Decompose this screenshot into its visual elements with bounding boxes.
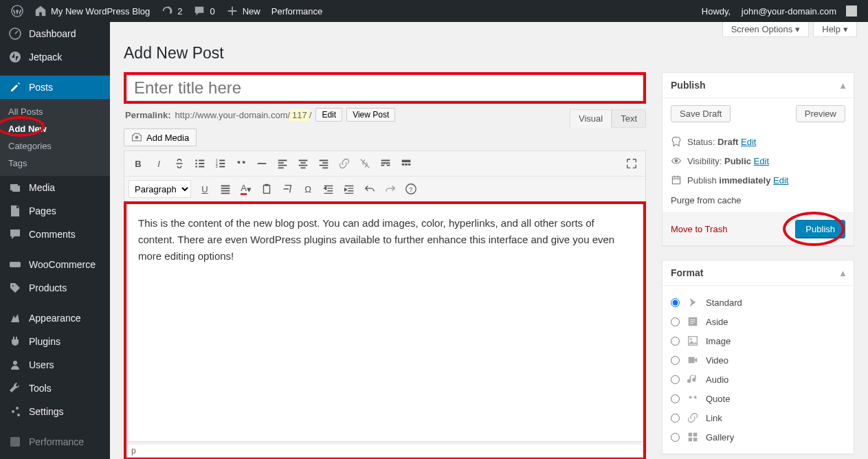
format-aside[interactable]: Aside bbox=[671, 312, 845, 331]
redo-button[interactable] bbox=[381, 179, 400, 199]
save-draft-button[interactable]: Save Draft bbox=[671, 105, 731, 122]
clear-formatting-button[interactable] bbox=[278, 179, 297, 199]
admin-sidebar: Dashboard Jetpack Posts All Posts Add Ne… bbox=[0, 22, 110, 459]
text-color-button[interactable]: A ▾ bbox=[236, 179, 256, 199]
insert-more-button[interactable] bbox=[376, 154, 395, 173]
menu-performance[interactable]: Performance bbox=[0, 430, 110, 454]
preview-button[interactable]: Preview bbox=[796, 105, 845, 122]
hr-button[interactable] bbox=[252, 154, 271, 173]
menu-woocommerce[interactable]: WooCommerce bbox=[0, 253, 110, 276]
posts-submenu: All Posts Add New Categories Tags bbox=[0, 99, 110, 176]
undo-button[interactable] bbox=[360, 179, 379, 199]
svg-rect-34 bbox=[689, 438, 692, 441]
menu-media[interactable]: Media bbox=[0, 176, 110, 199]
comments-link[interactable]: 0 bbox=[188, 0, 220, 22]
toolbar-toggle-button[interactable] bbox=[397, 154, 416, 173]
edit-visibility-link[interactable]: Edit bbox=[754, 156, 769, 166]
menu-plugins[interactable]: Plugins bbox=[0, 330, 110, 353]
bold-button[interactable]: B bbox=[129, 154, 148, 173]
format-link[interactable]: Link bbox=[671, 408, 845, 427]
outdent-button[interactable] bbox=[319, 179, 338, 199]
unlink-button[interactable] bbox=[355, 154, 375, 173]
paragraph-select[interactable]: Paragraph bbox=[129, 180, 191, 198]
submenu-categories[interactable]: Categories bbox=[0, 137, 110, 155]
fullscreen-button[interactable] bbox=[622, 154, 641, 173]
svg-rect-31 bbox=[689, 357, 695, 363]
menu-tools[interactable]: Tools bbox=[0, 377, 110, 400]
menu-appearance[interactable]: Appearance bbox=[0, 306, 110, 330]
align-right-button[interactable] bbox=[314, 154, 333, 173]
blockquote-button[interactable] bbox=[232, 154, 251, 173]
svg-point-26 bbox=[675, 159, 678, 163]
menu-users[interactable]: Users bbox=[0, 353, 110, 377]
format-standard[interactable]: Standard bbox=[671, 293, 845, 312]
svg-text:3: 3 bbox=[216, 164, 218, 168]
svg-rect-23 bbox=[265, 184, 268, 186]
svg-point-6 bbox=[13, 361, 17, 365]
submenu-tags[interactable]: Tags bbox=[0, 155, 110, 172]
admin-toolbar: My New WordPress Blog 2 0 New Performanc… bbox=[0, 0, 868, 22]
paste-text-button[interactable] bbox=[257, 179, 276, 199]
avatar bbox=[846, 5, 857, 16]
menu-products[interactable]: Products bbox=[0, 276, 110, 300]
align-center-button[interactable] bbox=[293, 154, 313, 173]
text-tab[interactable]: Text bbox=[612, 109, 646, 128]
svg-point-30 bbox=[690, 338, 692, 340]
svg-point-8 bbox=[12, 410, 14, 413]
svg-text:?: ? bbox=[409, 186, 412, 193]
site-name-link[interactable]: My New WordPress Blog bbox=[29, 0, 155, 22]
new-content-link[interactable]: New bbox=[221, 0, 266, 22]
italic-button[interactable]: I bbox=[149, 154, 168, 173]
submenu-add-new[interactable]: Add New bbox=[0, 120, 110, 137]
visual-tab[interactable]: Visual bbox=[570, 109, 612, 128]
post-content-editor[interactable]: This is the content of the new blog post… bbox=[126, 204, 643, 442]
format-gallery[interactable]: Gallery bbox=[671, 427, 845, 447]
indent-button[interactable] bbox=[340, 179, 359, 199]
menu-jetpack[interactable]: Jetpack bbox=[0, 45, 110, 69]
special-char-button[interactable]: Ω bbox=[298, 179, 318, 199]
edit-status-link[interactable]: Edit bbox=[741, 137, 756, 147]
svg-point-12 bbox=[195, 159, 197, 161]
updates-link[interactable]: 2 bbox=[155, 0, 188, 22]
menu-pages[interactable]: Pages bbox=[0, 199, 110, 223]
menu-comments[interactable]: Comments bbox=[0, 223, 110, 246]
purge-cache-link[interactable]: Purge from cache bbox=[671, 195, 742, 205]
format-quote[interactable]: Quote bbox=[671, 389, 845, 408]
menu-dashboard[interactable]: Dashboard bbox=[0, 22, 110, 45]
help-button[interactable]: ? bbox=[401, 179, 421, 199]
svg-point-2 bbox=[10, 52, 21, 63]
screen-options-tab[interactable]: Screen Options ▾ bbox=[722, 22, 810, 37]
svg-rect-10 bbox=[10, 437, 20, 447]
underline-button[interactable]: U bbox=[195, 179, 214, 199]
number-list-button[interactable]: 123 bbox=[211, 154, 230, 173]
menu-posts[interactable]: Posts bbox=[0, 76, 110, 99]
strikethrough-button[interactable] bbox=[170, 154, 189, 173]
edit-permalink-button[interactable]: Edit bbox=[315, 108, 342, 122]
help-tab[interactable]: Help ▾ bbox=[813, 22, 857, 37]
bullet-list-button[interactable] bbox=[190, 154, 210, 173]
toggle-icon[interactable]: ▴ bbox=[841, 267, 845, 278]
format-video[interactable]: Video bbox=[671, 350, 845, 370]
link-button[interactable] bbox=[335, 154, 354, 173]
visibility-row: Visibility: Public Edit bbox=[671, 151, 845, 170]
format-audio[interactable]: Audio bbox=[671, 370, 845, 389]
chevron-down-icon: ▾ bbox=[795, 24, 800, 34]
page-title: Add New Post bbox=[124, 44, 854, 63]
edit-schedule-link[interactable]: Edit bbox=[773, 175, 788, 186]
schedule-row: Publish immediately Edit bbox=[671, 170, 845, 190]
status-row: Status: Draft Edit bbox=[671, 132, 845, 151]
move-to-trash-link[interactable]: Move to Trash bbox=[671, 224, 727, 234]
performance-link[interactable]: Performance bbox=[266, 0, 328, 22]
publish-button[interactable]: Publish bbox=[795, 220, 845, 238]
format-image[interactable]: Image bbox=[671, 331, 845, 350]
wp-logo[interactable] bbox=[5, 0, 29, 22]
align-left-button[interactable] bbox=[273, 154, 292, 173]
my-account-link[interactable]: Howdy, john@your-domain.com bbox=[696, 0, 863, 22]
view-post-button[interactable]: View Post bbox=[346, 108, 395, 122]
justify-button[interactable] bbox=[216, 179, 235, 199]
submenu-all-posts[interactable]: All Posts bbox=[0, 103, 110, 120]
post-title-input[interactable] bbox=[126, 75, 643, 101]
menu-settings[interactable]: Settings bbox=[0, 400, 110, 423]
add-media-button[interactable]: Add Media bbox=[124, 128, 197, 146]
toggle-icon[interactable]: ▴ bbox=[841, 80, 845, 91]
